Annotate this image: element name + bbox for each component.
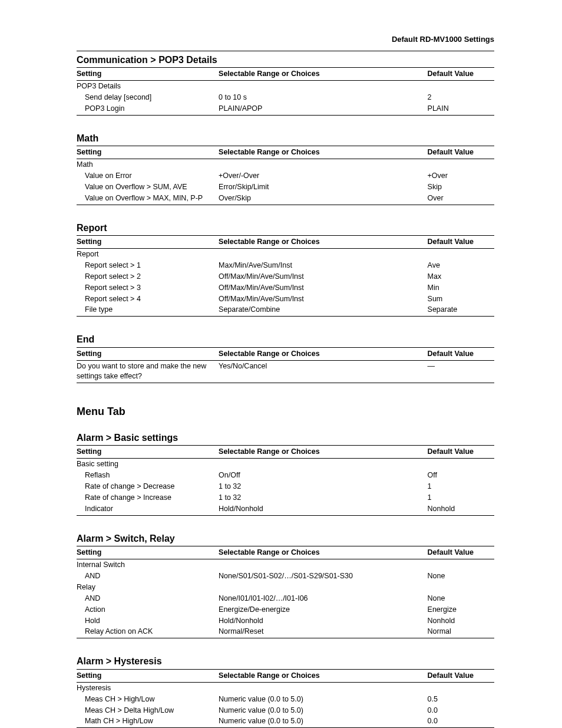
cell-range: None/I01/I01-I02/…/I01-I06 [219,593,428,604]
col-header-default: Default Value [428,68,494,81]
cell-setting: Value on Overflow > MAX, MIN, P-P [77,193,219,205]
cell-setting: Basic setting [77,459,219,470]
table-row: Relay [77,582,494,593]
table-row: Relay Action on ACKNormal/ResetNormal [77,626,494,638]
cell-setting: Report [77,249,219,260]
cell-default: 0.0 [428,705,494,716]
cell-default [428,559,494,571]
cell-default: Max [428,271,494,282]
table-row: Report [77,249,494,260]
col-header-default: Default Value [428,347,494,360]
cell-range: Normal/Reset [219,626,428,638]
cell-setting: Report select > 1 [77,260,219,271]
menu-tab-heading: Menu Tab [77,404,494,419]
cell-setting: Action [77,604,219,615]
table-row: File typeSeparate/CombineSeparate [77,304,494,316]
col-header-default: Default Value [428,146,494,159]
cell-range [219,682,428,693]
cell-setting: AND [77,571,219,582]
settings-table: SettingSelectable Range or ChoicesDefaul… [77,669,494,728]
table-row: Value on Error+Over/-Over+Over [77,170,494,182]
cell-setting: Report select > 4 [77,294,219,305]
cell-setting: Value on Overflow > SUM, AVE [77,182,219,193]
cell-default: None [428,571,494,582]
cell-setting: Send delay [second] [77,92,219,103]
cell-range: Energize/De-energize [219,604,428,615]
col-header-setting: Setting [77,146,219,159]
cell-default: Nonhold [428,615,494,627]
cell-default: Off [428,470,494,481]
table-row: Math [77,159,494,170]
settings-section: Alarm > Switch, RelaySettingSelectable R… [77,532,494,639]
cell-range: Off/Max/Min/Ave/Sum/Inst [219,282,428,294]
col-header-setting: Setting [77,669,219,682]
settings-table: SettingSelectable Range or ChoicesDefaul… [77,67,494,116]
cell-range: +Over/-Over [219,170,428,182]
table-row: POP3 Details [77,81,494,92]
table-row: Send delay [second]0 to 10 s2 [77,92,494,103]
settings-section: MathSettingSelectable Range or ChoicesDe… [77,132,494,205]
cell-default: PLAIN [428,103,494,115]
cell-setting: Hysteresis [77,682,219,693]
col-header-setting: Setting [77,347,219,360]
running-header: Default RD-MV1000 Settings [77,34,494,45]
cell-setting: Relay [77,582,219,593]
settings-table: SettingSelectable Range or ChoicesDefaul… [77,347,494,383]
cell-setting: Rate of change > Decrease [77,481,219,492]
cell-range: Separate/Combine [219,304,428,316]
cell-setting: POP3 Login [77,103,219,115]
cell-setting: Reflash [77,470,219,481]
cell-default: 0.0 [428,716,494,727]
table-row: Hysteresis [77,682,494,693]
settings-table: SettingSelectable Range or ChoicesDefaul… [77,445,494,515]
cell-setting: Relay Action on ACK [77,626,219,638]
cell-default: Separate [428,304,494,316]
table-row: Meas CH > Delta High/LowNumeric value (0… [77,705,494,716]
col-header-range: Selectable Range or Choices [219,347,428,360]
table-row: Report select > 1Max/Min/Ave/Sum/InstAve [77,260,494,271]
cell-range: Hold/Nonhold [219,503,428,515]
cell-default: Min [428,282,494,294]
cell-range: Error/Skip/Limit [219,182,428,193]
cell-default: Energize [428,604,494,615]
settings-table: SettingSelectable Range or ChoicesDefaul… [77,546,494,638]
cell-default: 1 [428,481,494,492]
cell-default: 2 [428,92,494,103]
cell-range [219,559,428,571]
col-header-default: Default Value [428,236,494,249]
settings-table: SettingSelectable Range or ChoicesDefaul… [77,146,494,205]
cell-range: 0 to 10 s [219,92,428,103]
table-row: IndicatorHold/NonholdNonhold [77,503,494,515]
table-row: ActionEnergize/De-energizeEnergize [77,604,494,615]
col-header-range: Selectable Range or Choices [219,446,428,459]
section-title: Communication > POP3 Details [77,54,494,67]
cell-setting: POP3 Details [77,81,219,92]
table-row: ANDNone/I01/I01-I02/…/I01-I06None [77,593,494,604]
cell-range: Over/Skip [219,193,428,205]
table-row: Report select > 4Off/Max/Min/Ave/Sum/Ins… [77,294,494,305]
cell-range: PLAIN/APOP [219,103,428,115]
section-title: Alarm > Basic settings [77,431,494,444]
table-row: Report select > 2Off/Max/Min/Ave/Sum/Ins… [77,271,494,282]
cell-default [428,682,494,693]
table-row: Rate of change > Increase1 to 321 [77,492,494,503]
cell-default [428,459,494,470]
cell-setting: Rate of change > Increase [77,492,219,503]
cell-setting: File type [77,304,219,316]
cell-default: Over [428,193,494,205]
cell-setting: Meas CH > High/Low [77,694,219,705]
col-header-range: Selectable Range or Choices [219,68,428,81]
section-title: Math [77,132,494,145]
col-header-range: Selectable Range or Choices [219,669,428,682]
cell-setting: Math CH > High/Low [77,716,219,727]
col-header-range: Selectable Range or Choices [219,546,428,559]
table-row: POP3 LoginPLAIN/APOPPLAIN [77,103,494,115]
cell-default: Skip [428,182,494,193]
col-header-default: Default Value [428,446,494,459]
cell-setting: AND [77,593,219,604]
cell-range: 1 to 32 [219,481,428,492]
cell-range [219,249,428,260]
cell-range [219,582,428,593]
section-title: End [77,333,494,346]
settings-table: SettingSelectable Range or ChoicesDefaul… [77,235,494,317]
